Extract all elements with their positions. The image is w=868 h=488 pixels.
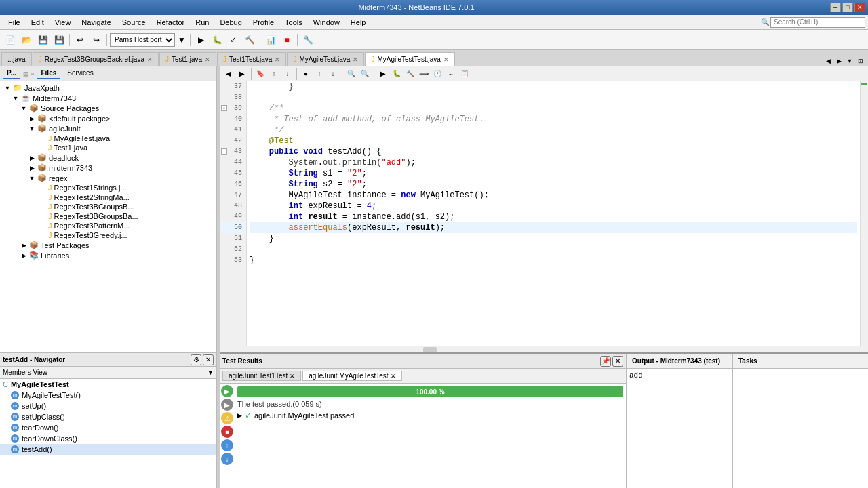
test-tab-test1test[interactable]: agileJunit.Test1Test ✕ <box>222 371 301 381</box>
menu-tools[interactable]: Tools <box>279 17 308 28</box>
undo-button[interactable]: ↩ <box>73 33 87 47</box>
menu-run[interactable]: Run <box>190 17 214 28</box>
debug-tests-button[interactable]: ▶ <box>221 399 233 411</box>
tasks-toggle[interactable]: 📋 <box>458 68 471 80</box>
nav-method-setup[interactable]: m setUp() <box>0 401 216 411</box>
tree-item-midterm7343[interactable]: ▼ ☕ Midterm7343 <box>1 93 215 103</box>
nav-method-testadd[interactable]: m testAdd() <box>0 444 216 455</box>
search-input[interactable] <box>770 17 865 28</box>
code-forward-button[interactable]: ▶ <box>236 68 248 80</box>
proj-services-tab[interactable]: Services <box>63 68 97 79</box>
run-tests-button[interactable]: ▶ <box>221 385 233 397</box>
test-results-close[interactable]: ✕ <box>612 356 623 367</box>
tree-item-agilejunit[interactable]: ▼ 📦 agileJunit <box>1 123 215 134</box>
tree-item-regex[interactable]: ▼ 📦 regex <box>1 173 215 183</box>
menu-refactor[interactable]: Refactor <box>151 17 191 28</box>
zoom-in[interactable]: 🔍 <box>359 68 371 80</box>
tab-myagiletesttest[interactable]: J MyAgileTestTest.java ✕ <box>365 52 454 66</box>
tab-close-regex[interactable]: ✕ <box>147 56 153 63</box>
tree-item-midterm7343-pkg[interactable]: ▶ 📦 midterm7343 <box>1 163 215 173</box>
menu-edit[interactable]: Edit <box>26 17 50 28</box>
tree-item-test1[interactable]: J Test1.java <box>1 143 215 152</box>
history[interactable]: 🕐 <box>431 68 443 80</box>
save-all-button[interactable]: 💾 <box>52 33 66 47</box>
new-project-button[interactable]: 📄 <box>3 33 18 47</box>
tab-close-myagiletest[interactable]: ✕ <box>353 56 358 63</box>
build-button[interactable]: 🔨 <box>242 33 257 47</box>
nav-class-item[interactable]: C MyAgileTestTest <box>0 379 216 390</box>
close-button[interactable]: ✕ <box>854 3 865 12</box>
tree-item-regextest3p[interactable]: J RegexTest3PatternM... <box>1 221 215 230</box>
tree-item-test-packages[interactable]: ▶ 📦 Test Packages <box>1 240 215 250</box>
hscroll-thumb[interactable] <box>423 347 437 352</box>
tree-item-myagiletest[interactable]: J MyAgileTest.java <box>1 134 215 143</box>
diff[interactable]: ≈ <box>445 68 457 80</box>
next-breakpoint[interactable]: ↓ <box>327 68 339 80</box>
fold-marker-43[interactable]: - <box>221 148 227 155</box>
nav-method-teardownclass[interactable]: m tearDownClass() <box>0 433 216 444</box>
dropdown-arrow[interactable]: ▼ <box>176 33 187 47</box>
navigator-settings-button[interactable]: ⚙ <box>191 354 201 365</box>
tree-item-source-packages[interactable]: ▼ 📦 Source Packages <box>1 103 215 113</box>
tree-item-default-package[interactable]: ▶ 📦 <default package> <box>1 113 215 123</box>
tab-dotjava[interactable]: ...java <box>1 52 32 66</box>
test-warning-button[interactable]: ⚠ <box>221 412 233 424</box>
run-file[interactable]: ▶ <box>377 68 389 80</box>
tab-myagiletest[interactable]: J MyAgileTest.java ✕ <box>287 52 364 66</box>
tree-item-regextest3g[interactable]: J RegexTest3Greedy.j... <box>1 230 215 240</box>
tab-scroll-right[interactable]: ▶ <box>834 56 844 66</box>
tree-item-deadlock[interactable]: ▶ 📦 deadlock <box>1 152 215 163</box>
nav-method-teardown[interactable]: m tearDown() <box>0 422 216 433</box>
debug-main-button[interactable]: 🐛 <box>210 33 224 47</box>
menu-navigate[interactable]: Navigate <box>76 17 116 28</box>
zoom-out[interactable]: 🔍 <box>345 68 357 80</box>
tab-test1test[interactable]: J Test1Test.java ✕ <box>217 52 286 66</box>
code-content[interactable]: } /** * Test of add method, of class MyA… <box>247 81 860 346</box>
run-main-button[interactable]: ▶ <box>193 33 208 47</box>
next-bookmark[interactable]: ↓ <box>281 68 294 80</box>
menu-help[interactable]: Help <box>345 17 372 28</box>
test-project-button[interactable]: ✓ <box>226 33 241 47</box>
tree-item-libraries[interactable]: ▶ 📚 Libraries <box>1 250 215 260</box>
debug-file[interactable]: 🐛 <box>391 68 403 80</box>
save-button[interactable]: 💾 <box>35 33 50 47</box>
stop-button[interactable]: ■ <box>279 33 294 47</box>
tree-item-regextest3b[interactable]: J RegexTest3BGroupsB... <box>1 202 215 211</box>
tab-close-myagiletesttest[interactable]: ✕ <box>443 56 449 63</box>
toggle-bookmarks[interactable]: 🔖 <box>254 68 267 80</box>
nav-dropdown-arrow[interactable]: ▼ <box>208 369 214 376</box>
test-tab-close-myagiletesttest[interactable]: ✕ <box>391 373 396 380</box>
toggle-breakpoint[interactable]: ● <box>300 68 312 80</box>
profile-button[interactable]: 📊 <box>263 33 278 47</box>
proj-p-tab[interactable]: P... <box>3 68 20 79</box>
tree-item-regextest3bba[interactable]: J RegexTest3BGroupsBa... <box>1 211 215 221</box>
menu-file[interactable]: File <box>3 17 26 28</box>
redo-button[interactable]: ↪ <box>89 33 104 47</box>
open-project-button[interactable]: 📂 <box>19 33 34 47</box>
nav-method-setupclass[interactable]: m setUpClass() <box>0 411 216 422</box>
test-next-button[interactable]: ↓ <box>221 453 233 465</box>
tab-maximize[interactable]: ⊡ <box>856 56 865 66</box>
tab-regextest3bgroupsbackref[interactable]: J RegexTest3BGroupsBackref.java ✕ <box>33 52 159 66</box>
test-results-pin[interactable]: 📌 <box>600 356 611 367</box>
host-port-dropdown[interactable]: Parns Host port <box>110 33 175 47</box>
tab-close-test1[interactable]: ✕ <box>205 56 210 63</box>
test-tab-close-test1test[interactable]: ✕ <box>290 373 295 380</box>
menu-view[interactable]: View <box>50 17 77 28</box>
prev-bookmark[interactable]: ↑ <box>268 68 280 80</box>
tab-scroll-left[interactable]: ◀ <box>823 56 833 66</box>
tree-item-regextest1[interactable]: J RegexTest1Strings.j... <box>1 183 215 192</box>
test-stop-button[interactable]: ■ <box>221 426 233 438</box>
menu-source[interactable]: Source <box>117 17 151 28</box>
tools-button[interactable]: 🔧 <box>300 33 315 47</box>
tree-item-javaxpath[interactable]: ▼ 📁 JavaXpath <box>1 83 215 93</box>
tab-test1[interactable]: J Test1.java ✕ <box>159 52 216 66</box>
fold-marker-39[interactable]: - <box>221 105 227 111</box>
navigator-close-button[interactable]: ✕ <box>203 354 214 365</box>
proj-files-tab[interactable]: Files <box>37 68 60 79</box>
prev-breakpoint[interactable]: ↑ <box>313 68 326 80</box>
tab-dropdown[interactable]: ▼ <box>845 56 854 66</box>
tree-item-regextest2[interactable]: J RegexTest2StringMa... <box>1 192 215 202</box>
menu-profile[interactable]: Profile <box>248 17 279 28</box>
menu-window[interactable]: Window <box>308 17 345 28</box>
